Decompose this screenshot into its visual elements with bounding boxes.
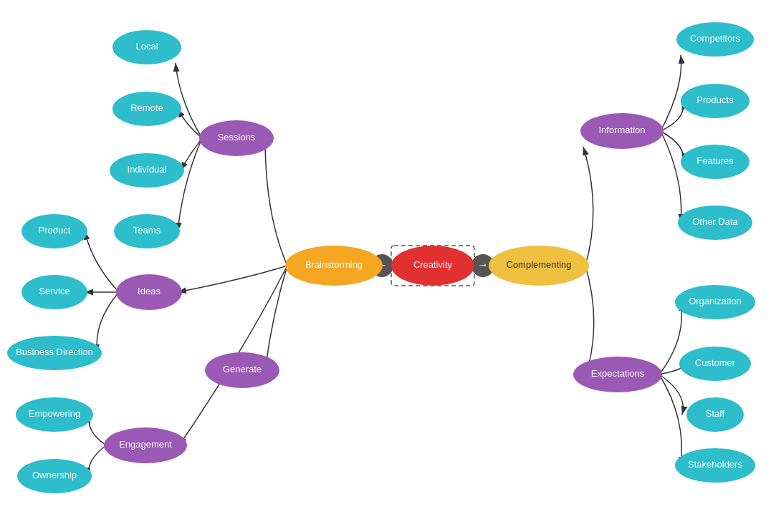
businessdir-node[interactable] [7,336,102,370]
line-comp-information [583,147,593,266]
line-ideas-businessdir [97,292,119,353]
line-brainstorm-generate [265,266,287,370]
line-engagement-ownership [89,445,107,476]
customer-node[interactable] [679,347,751,381]
line-sessions-teams [178,138,202,231]
information-node[interactable] [580,113,664,149]
service-node[interactable] [21,275,87,309]
line-exp-organization [659,302,681,374]
brainstorming-node[interactable] [285,246,383,286]
mind-map: ← → Sessions Ideas Generate Engagement L… [0,0,771,532]
product-node[interactable] [21,214,87,248]
staff-node[interactable] [686,397,744,432]
sessions-node[interactable] [199,120,274,156]
individual-node[interactable] [110,153,184,188]
generate-node[interactable] [205,352,279,388]
stakeholders-node[interactable] [675,448,755,483]
line-sessions-local [176,63,202,138]
complementing-node[interactable] [489,246,589,286]
competitors-node[interactable] [676,22,754,57]
organization-node[interactable] [675,285,755,319]
right-arrow-icon: → [477,258,489,271]
ideas-node[interactable] [116,274,182,310]
line-brainstorm-sessions [265,138,287,266]
otherdata-node[interactable] [678,205,752,240]
expectations-node[interactable] [573,357,662,392]
local-node[interactable] [112,30,181,64]
teams-node[interactable] [114,214,180,248]
engagement-node[interactable] [104,427,187,463]
line-comp-expectations [585,266,594,374]
empowering-node[interactable] [16,397,93,432]
line-exp-stakeholders [659,374,681,465]
remote-node[interactable] [112,92,181,126]
line-ideas-product [85,231,119,292]
products-node[interactable] [681,84,750,118]
features-node[interactable] [681,145,750,179]
ownership-node[interactable] [17,459,92,493]
creativity-node[interactable] [391,246,474,286]
line-sessions-remote [178,109,202,138]
line-brainstorm-ideas [178,266,287,292]
